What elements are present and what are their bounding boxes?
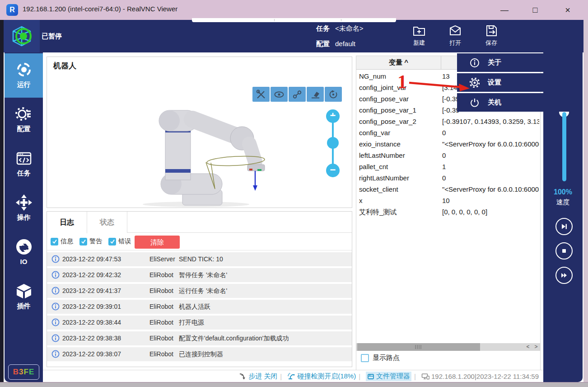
- sidebar-item-label: IO: [5, 258, 43, 265]
- tab-log[interactable]: 日志: [47, 212, 87, 233]
- reset-view-button[interactable]: [325, 87, 342, 102]
- log-timestamp: 2023-12-22 09:38:07: [62, 350, 121, 358]
- sidebar-item-label: 运行: [5, 80, 43, 89]
- badge-letter: 3: [19, 368, 23, 376]
- menu-item-about[interactable]: 关于: [457, 53, 583, 72]
- log-list: 2023-12-22 09:47:53EliServerSEND TICK: 1…: [47, 252, 352, 363]
- log-message: 打开电源: [179, 319, 204, 327]
- show-waypoints-label: 显示路点: [373, 354, 400, 362]
- info-icon: [51, 318, 60, 326]
- info-icon: [51, 271, 60, 279]
- variable-name: config_pose_var_2: [359, 118, 416, 125]
- log-timestamp: 2023-12-22 09:47:53: [62, 255, 121, 263]
- sidebar-item-run[interactable]: 运行: [5, 53, 43, 98]
- system-dropdown-menu: 关于 设置 关机: [457, 53, 583, 112]
- step-mode-toggle[interactable]: 步进 关闭: [239, 372, 277, 381]
- sidebar-item-plugin[interactable]: 插件: [5, 275, 43, 319]
- log-source: EliRobot: [149, 271, 173, 278]
- sidebar-item-operate[interactable]: 操作: [5, 186, 43, 231]
- desktop-edge-strip: [0, 382, 588, 387]
- collapse-caret-icon[interactable]: ^: [404, 58, 408, 66]
- menu-item-shutdown[interactable]: 关机: [457, 93, 583, 112]
- log-entry: 2023-12-22 09:39:01EliRobot机器人活跃: [47, 300, 352, 314]
- sidebar-item-task[interactable]: 任务: [5, 142, 43, 186]
- filter-info-checkbox[interactable]: 信息: [51, 237, 73, 245]
- log-source: EliRobot: [149, 303, 173, 310]
- log-message: 机器人活跃: [179, 303, 210, 311]
- eraser-button[interactable]: [307, 87, 324, 102]
- visibility-button[interactable]: [271, 87, 288, 102]
- collision-icon: [287, 373, 295, 380]
- step-next-button[interactable]: [555, 218, 573, 235]
- horizontal-scrollbar[interactable]: < >: [356, 343, 540, 351]
- scroll-right-arrow[interactable]: >: [532, 343, 540, 351]
- config-label: 配置: [316, 40, 330, 48]
- variable-value: [-0.39107, 0.14393, 0.3259, 3.1325: [442, 118, 539, 125]
- log-entry: 2023-12-22 09:38:07EliRobot已连接到控制器: [47, 347, 352, 361]
- collision-detect-label: 碰撞检测开启(18%): [297, 372, 356, 381]
- filter-label: 信息: [61, 237, 73, 245]
- sidebar-item-io[interactable]: IO: [5, 231, 43, 275]
- zoom-slider-knob[interactable]: [327, 137, 339, 149]
- variable-name: leftLastNumber: [359, 151, 405, 159]
- show-waypoints-checkbox[interactable]: 显示路点: [361, 354, 400, 362]
- variable-row[interactable]: leftLastNumber0: [356, 150, 540, 161]
- scrollbar-thumb[interactable]: [357, 343, 480, 351]
- variable-row[interactable]: pallet_cnt1: [356, 161, 540, 173]
- info-icon: [51, 350, 60, 358]
- new-button-label: 新建: [405, 39, 434, 47]
- sidebar-item-config[interactable]: 配置: [5, 98, 43, 142]
- robot-viewport[interactable]: [47, 57, 353, 208]
- sidebar-item-label: 配置: [5, 125, 43, 133]
- variable-value: 13: [442, 72, 450, 80]
- info-icon: [51, 255, 60, 263]
- variable-row[interactable]: config_pose_var_2[-0.39107, 0.14393, 0.3…: [356, 116, 540, 127]
- titlebar: R 192.168.1.200 (intel-corei7-64:0) - Re…: [0, 0, 588, 20]
- info-icon: [51, 287, 60, 295]
- variable-row[interactable]: config_var0: [356, 127, 540, 139]
- clear-log-button[interactable]: 清除: [135, 236, 180, 249]
- speed-percent: 100%: [543, 188, 583, 196]
- task-value: <未命名>: [335, 24, 364, 33]
- vnc-toolbar-strip[interactable]: [192, 18, 396, 22]
- filter-error-checkbox[interactable]: 错误: [108, 237, 131, 245]
- variable-row[interactable]: 艾利特_测试[0, 0, 0, 0, 0, 0]: [356, 207, 540, 218]
- minimize-button[interactable]: —: [497, 4, 512, 16]
- b3fe-badge: B3FE: [8, 364, 39, 380]
- scroll-left-arrow[interactable]: <: [524, 343, 532, 351]
- zoom-out-button[interactable]: −: [326, 164, 340, 177]
- variable-value: 10: [442, 197, 450, 204]
- robot-status-dot: [20, 33, 27, 40]
- tools-button[interactable]: [252, 87, 270, 102]
- collision-detect-toggle[interactable]: 碰撞检测开启(18%): [287, 372, 356, 381]
- maximize-button[interactable]: □: [527, 4, 543, 16]
- close-button[interactable]: ×: [560, 4, 575, 16]
- variable-row[interactable]: exio_instance"<ServerProxy for 6.0.0.10:…: [356, 139, 540, 150]
- speed-slider-track[interactable]: [562, 112, 566, 181]
- tab-status[interactable]: 状态: [87, 212, 127, 233]
- path-button[interactable]: [289, 87, 306, 102]
- badge-letter: F: [24, 368, 29, 376]
- fast-forward-button[interactable]: [555, 267, 573, 284]
- save-button[interactable]: 保存: [477, 23, 506, 51]
- log-source: EliRobot: [149, 287, 173, 294]
- log-entry: 2023-12-22 09:41:37EliRobot运行任务 '未命名': [47, 284, 352, 298]
- eye-icon: [274, 90, 285, 99]
- column-divider: [441, 56, 441, 70]
- variable-row[interactable]: rightLastNumber0: [356, 173, 540, 184]
- stop-button[interactable]: [555, 242, 573, 260]
- variable-row[interactable]: x10: [356, 195, 540, 207]
- menu-item-settings[interactable]: 设置: [457, 73, 583, 92]
- fast-forward-icon: [560, 272, 568, 279]
- separator: |: [414, 373, 416, 380]
- variable-name: rightLastNumber: [359, 174, 409, 182]
- file-manager-button[interactable]: 文件管理器: [366, 372, 411, 381]
- variable-row[interactable]: socket_client"<ServerProxy for 6.0.0.10:…: [356, 184, 540, 195]
- new-button[interactable]: 新建: [405, 23, 434, 51]
- task-label: 任务: [316, 24, 330, 33]
- log-panel: 日志 状态 信息 警告 错误 清除 2023-12-22 09:47:53Eli…: [47, 211, 352, 367]
- open-button[interactable]: 打开: [441, 23, 470, 51]
- filter-label: 警告: [89, 237, 102, 245]
- sidebar-item-label: 任务: [5, 169, 43, 178]
- filter-warning-checkbox[interactable]: 警告: [79, 237, 102, 245]
